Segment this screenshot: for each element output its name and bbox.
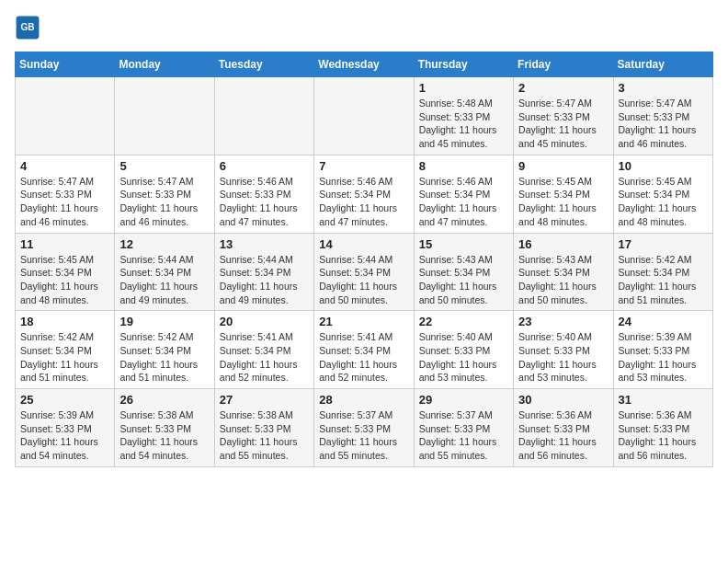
cell-content: Sunrise: 5:40 AM Sunset: 5:33 PM Dayligh…: [419, 330, 508, 385]
cell-content: Sunrise: 5:41 AM Sunset: 5:34 PM Dayligh…: [220, 330, 309, 385]
calendar-week-row: 11Sunrise: 5:45 AM Sunset: 5:34 PM Dayli…: [16, 233, 713, 311]
day-number: 22: [419, 315, 508, 328]
calendar-cell: 19Sunrise: 5:42 AM Sunset: 5:34 PM Dayli…: [115, 311, 214, 389]
calendar-cell: 9Sunrise: 5:45 AM Sunset: 5:34 PM Daylig…: [514, 155, 613, 233]
day-number: 29: [419, 393, 508, 407]
calendar-cell: 31Sunrise: 5:36 AM Sunset: 5:33 PM Dayli…: [613, 389, 712, 467]
calendar-cell: 25Sunrise: 5:39 AM Sunset: 5:33 PM Dayli…: [16, 389, 115, 467]
day-number: 11: [20, 237, 109, 251]
calendar-cell: 12Sunrise: 5:44 AM Sunset: 5:34 PM Dayli…: [115, 233, 214, 311]
cell-content: Sunrise: 5:45 AM Sunset: 5:34 PM Dayligh…: [619, 175, 708, 229]
calendar-week-row: 18Sunrise: 5:42 AM Sunset: 5:34 PM Dayli…: [16, 311, 713, 389]
calendar-week-row: 4Sunrise: 5:47 AM Sunset: 5:33 PM Daylig…: [16, 155, 713, 233]
cell-content: Sunrise: 5:38 AM Sunset: 5:33 PM Dayligh…: [119, 408, 209, 463]
cell-content: Sunrise: 5:44 AM Sunset: 5:34 PM Dayligh…: [319, 253, 408, 307]
calendar-header-row: SundayMondayTuesdayWednesdayThursdayFrid…: [16, 52, 713, 77]
calendar-cell: [214, 77, 313, 155]
calendar-cell: 30Sunrise: 5:36 AM Sunset: 5:33 PM Dayli…: [514, 389, 613, 467]
calendar-week-row: 1Sunrise: 5:48 AM Sunset: 5:33 PM Daylig…: [16, 77, 713, 155]
cell-content: Sunrise: 5:46 AM Sunset: 5:34 PM Dayligh…: [319, 175, 408, 229]
cell-content: Sunrise: 5:43 AM Sunset: 5:34 PM Dayligh…: [419, 253, 508, 307]
page-header: GB: [15, 15, 713, 40]
cell-content: Sunrise: 5:46 AM Sunset: 5:34 PM Dayligh…: [419, 175, 508, 229]
day-number: 16: [518, 237, 608, 251]
calendar-cell: 8Sunrise: 5:46 AM Sunset: 5:34 PM Daylig…: [414, 155, 513, 233]
col-header-sunday: Sunday: [16, 52, 115, 77]
cell-content: Sunrise: 5:39 AM Sunset: 5:33 PM Dayligh…: [619, 330, 708, 385]
calendar-cell: 28Sunrise: 5:37 AM Sunset: 5:33 PM Dayli…: [314, 389, 414, 467]
day-number: 4: [20, 159, 109, 173]
day-number: 10: [619, 159, 708, 173]
calendar-cell: 11Sunrise: 5:45 AM Sunset: 5:34 PM Dayli…: [16, 233, 115, 311]
cell-content: Sunrise: 5:46 AM Sunset: 5:33 PM Dayligh…: [220, 175, 309, 229]
day-number: 15: [419, 237, 508, 251]
cell-content: Sunrise: 5:40 AM Sunset: 5:33 PM Dayligh…: [518, 330, 608, 385]
calendar-cell: [16, 77, 115, 155]
calendar-cell: 5Sunrise: 5:47 AM Sunset: 5:33 PM Daylig…: [115, 155, 214, 233]
calendar-cell: 16Sunrise: 5:43 AM Sunset: 5:34 PM Dayli…: [514, 233, 613, 311]
calendar-cell: 24Sunrise: 5:39 AM Sunset: 5:33 PM Dayli…: [613, 311, 712, 389]
day-number: 19: [119, 315, 209, 328]
calendar-week-row: 25Sunrise: 5:39 AM Sunset: 5:33 PM Dayli…: [16, 389, 713, 467]
calendar-cell: 29Sunrise: 5:37 AM Sunset: 5:33 PM Dayli…: [414, 389, 513, 467]
calendar-cell: 10Sunrise: 5:45 AM Sunset: 5:34 PM Dayli…: [613, 155, 712, 233]
day-number: 3: [619, 81, 708, 95]
day-number: 28: [319, 393, 408, 407]
day-number: 24: [619, 315, 708, 328]
cell-content: Sunrise: 5:47 AM Sunset: 5:33 PM Dayligh…: [619, 97, 708, 151]
cell-content: Sunrise: 5:42 AM Sunset: 5:34 PM Dayligh…: [20, 330, 109, 385]
col-header-saturday: Saturday: [613, 52, 712, 77]
calendar-cell: 15Sunrise: 5:43 AM Sunset: 5:34 PM Dayli…: [414, 233, 513, 311]
day-number: 14: [319, 237, 408, 251]
day-number: 27: [220, 393, 309, 407]
day-number: 7: [319, 159, 408, 173]
svg-text:GB: GB: [20, 22, 34, 32]
cell-content: Sunrise: 5:44 AM Sunset: 5:34 PM Dayligh…: [220, 253, 309, 307]
day-number: 8: [419, 159, 508, 173]
day-number: 21: [319, 315, 408, 328]
calendar-cell: [314, 77, 414, 155]
calendar-cell: 1Sunrise: 5:48 AM Sunset: 5:33 PM Daylig…: [414, 77, 513, 155]
cell-content: Sunrise: 5:47 AM Sunset: 5:33 PM Dayligh…: [518, 97, 608, 151]
calendar-cell: 21Sunrise: 5:41 AM Sunset: 5:34 PM Dayli…: [314, 311, 414, 389]
cell-content: Sunrise: 5:39 AM Sunset: 5:33 PM Dayligh…: [20, 408, 109, 463]
cell-content: Sunrise: 5:47 AM Sunset: 5:33 PM Dayligh…: [119, 175, 209, 229]
calendar-cell: [115, 77, 214, 155]
cell-content: Sunrise: 5:47 AM Sunset: 5:33 PM Dayligh…: [20, 175, 109, 229]
logo-icon: GB: [15, 15, 40, 40]
cell-content: Sunrise: 5:41 AM Sunset: 5:34 PM Dayligh…: [319, 330, 408, 385]
calendar-cell: 3Sunrise: 5:47 AM Sunset: 5:33 PM Daylig…: [613, 77, 712, 155]
calendar-cell: 13Sunrise: 5:44 AM Sunset: 5:34 PM Dayli…: [214, 233, 313, 311]
calendar-cell: 7Sunrise: 5:46 AM Sunset: 5:34 PM Daylig…: [314, 155, 414, 233]
day-number: 9: [518, 159, 608, 173]
cell-content: Sunrise: 5:48 AM Sunset: 5:33 PM Dayligh…: [419, 97, 508, 151]
day-number: 13: [220, 237, 309, 251]
calendar-cell: 4Sunrise: 5:47 AM Sunset: 5:33 PM Daylig…: [16, 155, 115, 233]
day-number: 1: [419, 81, 508, 95]
day-number: 18: [20, 315, 109, 328]
day-number: 30: [518, 393, 608, 407]
day-number: 26: [119, 393, 209, 407]
calendar-cell: 23Sunrise: 5:40 AM Sunset: 5:33 PM Dayli…: [514, 311, 613, 389]
col-header-thursday: Thursday: [414, 52, 513, 77]
day-number: 2: [518, 81, 608, 95]
calendar-cell: 20Sunrise: 5:41 AM Sunset: 5:34 PM Dayli…: [214, 311, 313, 389]
cell-content: Sunrise: 5:36 AM Sunset: 5:33 PM Dayligh…: [619, 408, 708, 463]
day-number: 23: [518, 315, 608, 328]
calendar-cell: 6Sunrise: 5:46 AM Sunset: 5:33 PM Daylig…: [214, 155, 313, 233]
day-number: 20: [220, 315, 309, 328]
col-header-friday: Friday: [514, 52, 613, 77]
calendar-cell: 26Sunrise: 5:38 AM Sunset: 5:33 PM Dayli…: [115, 389, 214, 467]
calendar-cell: 18Sunrise: 5:42 AM Sunset: 5:34 PM Dayli…: [16, 311, 115, 389]
col-header-wednesday: Wednesday: [314, 52, 414, 77]
cell-content: Sunrise: 5:42 AM Sunset: 5:34 PM Dayligh…: [119, 330, 209, 385]
day-number: 25: [20, 393, 109, 407]
cell-content: Sunrise: 5:37 AM Sunset: 5:33 PM Dayligh…: [319, 408, 408, 463]
day-number: 17: [619, 237, 708, 251]
cell-content: Sunrise: 5:43 AM Sunset: 5:34 PM Dayligh…: [518, 253, 608, 307]
day-number: 5: [119, 159, 209, 173]
col-header-tuesday: Tuesday: [214, 52, 313, 77]
cell-content: Sunrise: 5:36 AM Sunset: 5:33 PM Dayligh…: [518, 408, 608, 463]
calendar-cell: 22Sunrise: 5:40 AM Sunset: 5:33 PM Dayli…: [414, 311, 513, 389]
calendar-cell: 2Sunrise: 5:47 AM Sunset: 5:33 PM Daylig…: [514, 77, 613, 155]
